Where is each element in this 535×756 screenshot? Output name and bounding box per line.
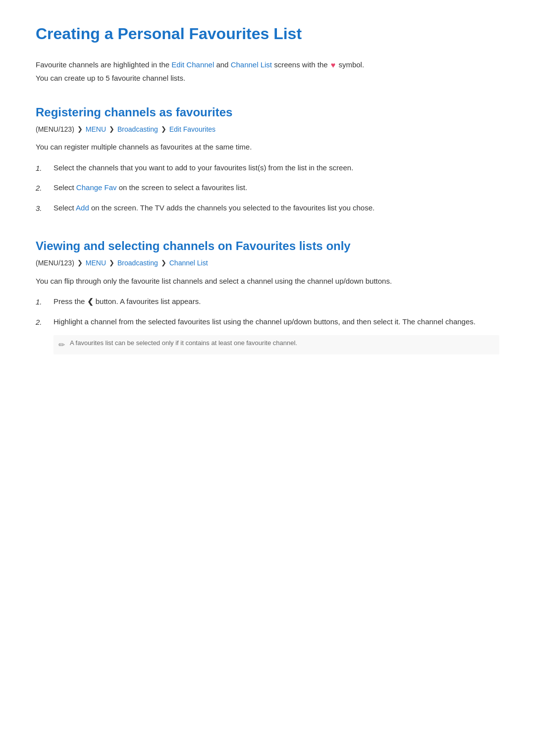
step-number: 2. bbox=[36, 315, 46, 329]
section2-intro: You can flip through only the favourite … bbox=[36, 275, 499, 288]
intro-text-4: symbol. bbox=[336, 60, 364, 69]
list-item: 2. Select Change Fav on the screen to se… bbox=[36, 181, 499, 195]
breadcrumb-arrow3: ❯ bbox=[161, 124, 166, 135]
section-viewing-favourites: Viewing and selecting channels on Favour… bbox=[36, 238, 499, 354]
breadcrumb-arrow1: ❯ bbox=[77, 258, 83, 268]
breadcrumb-arrow2: ❯ bbox=[109, 124, 114, 135]
step-text: Select the channels that you want to add… bbox=[54, 161, 353, 174]
breadcrumb-arrow3: ❯ bbox=[161, 258, 166, 268]
intro-text-2: and bbox=[214, 60, 230, 69]
list-item: 1. Press the ❮ button. A favourites list… bbox=[36, 295, 499, 308]
step-number: 2. bbox=[36, 181, 46, 195]
step-number: 1. bbox=[36, 295, 46, 308]
step-text: Press the ❮ button. A favourites list ap… bbox=[54, 295, 201, 308]
list-item: 1. Select the channels that you want to … bbox=[36, 161, 499, 175]
edit-channel-link[interactable]: Edit Channel bbox=[171, 60, 214, 69]
heart-icon: ♥ bbox=[331, 61, 336, 69]
section2-breadcrumb: (MENU/123) ❯ MENU ❯ Broadcasting ❯ Chann… bbox=[36, 257, 499, 268]
step-text: Highlight a channel from the selected fa… bbox=[54, 315, 476, 328]
section1-breadcrumb: (MENU/123) ❯ MENU ❯ Broadcasting ❯ Edit … bbox=[36, 124, 499, 135]
section2-steps: 1. Press the ❮ button. A favourites list… bbox=[36, 295, 499, 328]
page-title: Creating a Personal Favourites List bbox=[36, 24, 499, 45]
intro-text-3: screens with the bbox=[272, 60, 330, 69]
intro-text-1: Favourite channels are highlighted in th… bbox=[36, 60, 171, 69]
section1-steps: 1. Select the channels that you want to … bbox=[36, 161, 499, 215]
list-item: 2. Highlight a channel from the selected… bbox=[36, 315, 499, 329]
channel-list-link[interactable]: Channel List bbox=[231, 60, 272, 69]
breadcrumb-menu1: MENU bbox=[86, 124, 106, 135]
breadcrumb-edit-favourites: Edit Favourites bbox=[169, 124, 215, 135]
section1-intro: You can register multiple channels as fa… bbox=[36, 141, 499, 153]
section2-heading: Viewing and selecting channels on Favour… bbox=[36, 238, 499, 253]
breadcrumb-part1: (MENU/123) bbox=[36, 257, 74, 268]
step-number: 3. bbox=[36, 202, 46, 215]
intro-text-5: You can create up to 5 favourite channel… bbox=[36, 74, 185, 82]
note-text: A favourites list can be selected only i… bbox=[70, 338, 297, 349]
chevron-left-icon: ❮ bbox=[87, 295, 94, 308]
step-number: 1. bbox=[36, 161, 46, 175]
breadcrumb-broadcasting2: Broadcasting bbox=[117, 257, 158, 268]
breadcrumb-menu2: MENU bbox=[86, 257, 106, 268]
breadcrumb-part1: (MENU/123) bbox=[36, 124, 74, 135]
breadcrumb-broadcasting1: Broadcasting bbox=[117, 124, 158, 135]
breadcrumb-channel-list: Channel List bbox=[169, 257, 208, 268]
note-pencil-icon: ✏ bbox=[58, 339, 65, 352]
list-item: 3. Select Add on the screen. The TV adds… bbox=[36, 202, 499, 215]
intro-paragraph: Favourite channels are highlighted in th… bbox=[36, 58, 499, 85]
breadcrumb-arrow2: ❯ bbox=[109, 258, 114, 268]
section1-heading: Registering channels as favourites bbox=[36, 104, 499, 120]
add-link: Add bbox=[76, 203, 89, 212]
section-registering-favourites: Registering channels as favourites (MENU… bbox=[36, 104, 499, 215]
breadcrumb-arrow1: ❯ bbox=[77, 124, 83, 135]
step-text: Select Add on the screen. The TV adds th… bbox=[54, 202, 374, 214]
note-box: ✏ A favourites list can be selected only… bbox=[54, 335, 499, 354]
change-fav-link: Change Fav bbox=[76, 183, 117, 192]
step-text: Select Change Fav on the screen to selec… bbox=[54, 181, 247, 194]
